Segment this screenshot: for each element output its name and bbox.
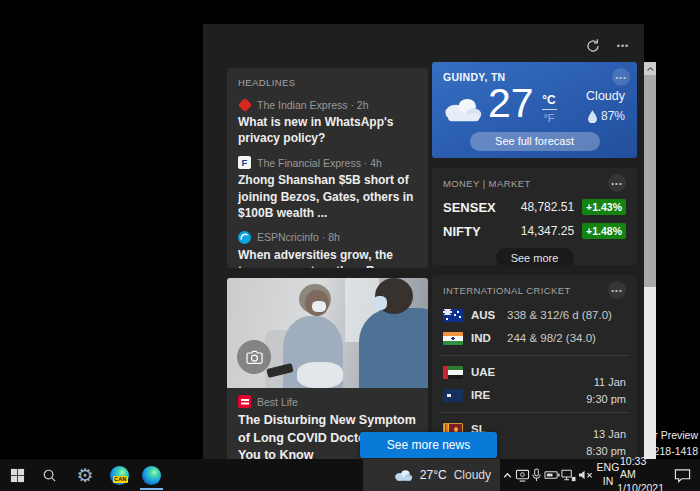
australia-flag-icon [443,309,463,322]
edge-taskbar-button[interactable] [135,459,167,491]
index-value: 48,782.51 [521,200,574,214]
market-more-icon[interactable]: ••• [608,174,626,192]
taskbar: ⚙ CAN 27°C Cloudy [0,459,700,491]
match-date: 13 Jan [586,426,626,443]
change-badge: +1.48% [582,223,626,239]
cloudy-weather-icon [441,95,483,123]
headlines-title: HEADLINES [238,77,417,88]
panel-scrollbar[interactable] [644,62,656,460]
headline-source: ESPNcricinfo · 8h [257,231,340,243]
cricket-more-icon[interactable]: ••• [608,281,626,299]
team-code: UAE [471,366,507,378]
headline-text: What is new in WhatsApp's privacy policy… [238,114,417,146]
language-region: IN [603,475,614,489]
team-code: IND [471,332,507,344]
cricket-match[interactable]: UAE IRE 11 Jan 9:30 pm [443,365,626,402]
ireland-flag-icon [443,389,463,402]
edge-canary-icon: CAN [110,466,129,485]
tray-battery-icon[interactable] [544,470,560,480]
tray-chevron-up-icon[interactable] [502,470,513,481]
headline-source: The Indian Express · 2h [257,99,368,111]
cloud-icon [393,468,413,482]
clock-time: 10:33 AM [620,455,664,482]
scrollbar-up-icon[interactable] [644,62,656,75]
windows-logo-icon [10,468,25,483]
humidity-value: 87% [601,109,625,123]
team-score: 338 & 312/6 d (87.0) [507,309,612,321]
market-see-more-button[interactable]: See more [496,248,574,265]
taskbar-clock[interactable]: 10:33 AM 1/10/2021 [620,459,664,491]
search-icon [42,468,57,483]
notification-icon [674,468,691,483]
team-code: IRE [471,389,507,401]
story-photo [227,278,428,388]
unit-divider [542,109,557,110]
weather-condition: Cloudy [586,89,625,103]
headline-source: The Financial Express · 4h [257,157,382,169]
active-app-indicator [140,488,163,490]
settings-taskbar-button[interactable]: ⚙ [69,459,101,491]
match-time: 9:30 pm [586,391,626,408]
uae-flag-icon [443,366,463,379]
headlines-card: HEADLINES The Indian Express · 2h What i… [227,68,428,268]
team-code: AUS [471,309,507,321]
news-interests-panel: ••• HEADLINES The Indian Express · 2h Wh… [203,24,644,460]
market-row[interactable]: SENSEX 48,782.51 +1.43% [443,198,626,216]
headline-item[interactable]: F The Financial Express · 4h Zhong Shans… [238,156,417,221]
tray-display-icon[interactable] [515,469,530,482]
divider [440,355,629,356]
humidity-droplet-icon [588,110,597,123]
cricket-match[interactable]: AUS 338 & 312/6 d (87.0) IND 244 & 98/2 … [443,308,626,345]
search-button[interactable] [33,459,65,491]
indian-express-icon [238,98,251,111]
index-name: NIFTY [443,224,521,239]
taskbar-weather-temp: 27°C [420,468,447,482]
best-life-icon [238,395,251,408]
panel-more-icon[interactable]: ••• [612,35,634,57]
espncricinfo-icon [238,231,251,244]
index-value: 14,347.25 [521,224,574,238]
cricket-title: INTERNATIONAL CRICKET [443,285,571,296]
tray-microphone-icon[interactable] [531,468,542,482]
change-badge: +1.43% [582,199,626,215]
india-flag-icon [443,332,463,345]
see-more-news-button[interactable]: See more news [360,432,497,458]
canary-badge: CAN [113,476,129,483]
taskbar-weather-button[interactable]: 27°C Cloudy [363,459,500,491]
system-tray [499,459,596,491]
match-date: 11 Jan [586,374,626,391]
temperature-unit-toggle[interactable]: °C °F [540,93,558,124]
edge-icon [142,466,161,485]
market-row[interactable]: NIFTY 14,347.25 +1.48% [443,222,626,240]
start-button[interactable] [1,459,33,491]
headline-text: Zhong Shanshan $5B short of joining Bezo… [238,172,417,221]
headline-item[interactable]: ESPNcricinfo · 8h When adversities grow,… [238,231,417,268]
index-name: SENSEX [443,200,521,215]
tray-volume-muted-icon[interactable] [578,469,593,481]
refresh-icon[interactable] [582,35,604,57]
market-title: MONEY | MARKET [443,178,531,189]
language-code: ENG [597,461,620,475]
weather-more-icon[interactable]: ••• [612,68,630,86]
scrollbar-thumb[interactable] [644,75,656,287]
clock-date: 1/10/2021 [617,482,664,491]
weather-temperature: 27 [488,80,534,127]
financial-express-icon: F [238,156,251,169]
team-score: 244 & 98/2 (34.0) [507,332,596,344]
gear-icon: ⚙ [76,466,93,485]
unit-celsius[interactable]: °C [540,93,558,107]
taskbar-weather-condition: Cloudy [454,468,491,482]
headline-item[interactable]: The Indian Express · 2h What is new in W… [238,98,417,146]
market-card: MONEY | MARKET ••• SENSEX 48,782.51 +1.4… [432,168,637,265]
tray-network-icon[interactable] [561,469,576,482]
story-source: Best Life [257,396,298,408]
edge-canary-taskbar-button[interactable]: CAN [103,459,135,491]
weather-card[interactable]: GUINDY, TN ••• 27 °C °F Cloudy 87% [432,62,637,158]
action-center-button[interactable] [666,459,698,491]
divider [440,412,629,413]
see-full-forecast-button[interactable]: See full forecast [470,132,600,151]
headline-text: When adversities grow, the team comes to… [238,247,417,268]
camera-icon [237,340,271,374]
unit-fahrenheit[interactable]: °F [540,112,558,124]
